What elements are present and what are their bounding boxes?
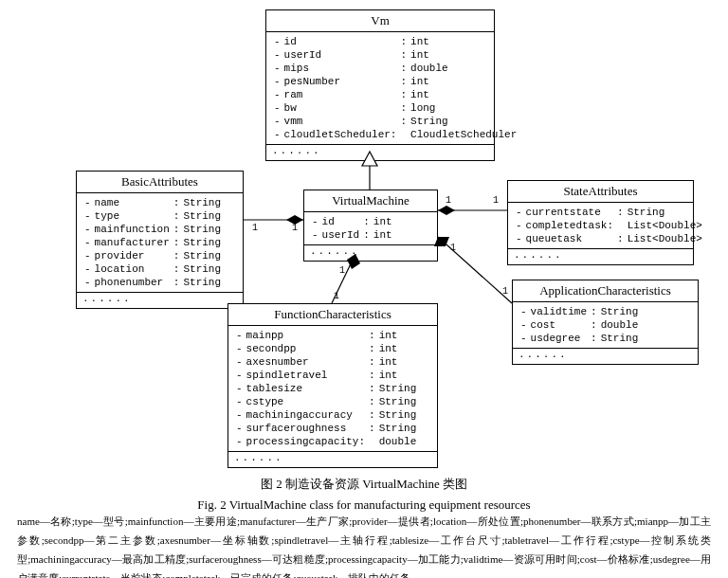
- legend-text: name—名称;type—型号;mainfunction—主要用途;manufa…: [17, 512, 711, 578]
- class-title: VirtualMachine: [304, 190, 437, 212]
- class-ellipsis: ······: [266, 144, 494, 160]
- svg-text:1: 1: [493, 195, 499, 206]
- class-ellipsis: ······: [513, 348, 698, 364]
- svg-marker-3: [286, 215, 303, 225]
- svg-marker-7: [438, 206, 455, 215]
- svg-text:1: 1: [502, 286, 508, 297]
- class-title: FunctionCharacteristics: [228, 304, 437, 326]
- class-body: -validtime:String-cost:double-usdegree:S…: [513, 302, 698, 348]
- class-title: BasicAttributes: [77, 172, 243, 193]
- class-body: -id:int-userId:int-mips:double-pesNumber…: [266, 32, 494, 144]
- class-title: ApplicationCharacteristics: [513, 280, 698, 302]
- class-ellipsis: ······: [508, 248, 693, 264]
- svg-text:1: 1: [450, 243, 456, 253]
- class-state-attributes: StateAttributes -currentstate:String-com…: [507, 180, 694, 265]
- class-application-characteristics: ApplicationCharacteristics -validtime:St…: [512, 280, 699, 365]
- figure-caption: 图 2 制造设备资源 VirtualMachine 类图 Fig. 2 Virt…: [0, 474, 728, 515]
- class-title: Vm: [266, 10, 494, 32]
- svg-line-10: [438, 237, 512, 303]
- class-basic-attributes: BasicAttributes -name:String-type:String…: [76, 171, 244, 309]
- class-ellipsis: ······: [228, 451, 437, 467]
- class-title: StateAttributes: [508, 181, 693, 203]
- svg-text:1: 1: [252, 223, 258, 233]
- class-ellipsis: ······: [304, 244, 437, 261]
- svg-text:1: 1: [292, 223, 298, 233]
- class-body: -mainpp:int-secondpp:int-axesnumber:int-…: [228, 326, 437, 451]
- svg-text:1: 1: [334, 291, 339, 301]
- svg-text:1: 1: [446, 195, 451, 206]
- svg-text:1: 1: [339, 265, 345, 276]
- diagram-canvas: Vm -id:int-userId:int-mips:double-pesNum…: [0, 0, 728, 578]
- class-body: -name:String-type:String-mainfunction:St…: [77, 193, 243, 292]
- class-body: -id:int-userId:int: [304, 212, 437, 244]
- class-ellipsis: ······: [77, 292, 243, 308]
- class-function-characteristics: FunctionCharacteristics -mainpp:int-seco…: [228, 303, 438, 468]
- caption-cn: 图 2 制造设备资源 VirtualMachine 类图: [0, 474, 728, 495]
- class-vm: Vm -id:int-userId:int-mips:double-pesNum…: [265, 9, 495, 161]
- class-body: -currentstate:String-completedtask:List<…: [508, 203, 693, 248]
- class-virtual-machine: VirtualMachine -id:int-userId:int ······: [303, 190, 438, 262]
